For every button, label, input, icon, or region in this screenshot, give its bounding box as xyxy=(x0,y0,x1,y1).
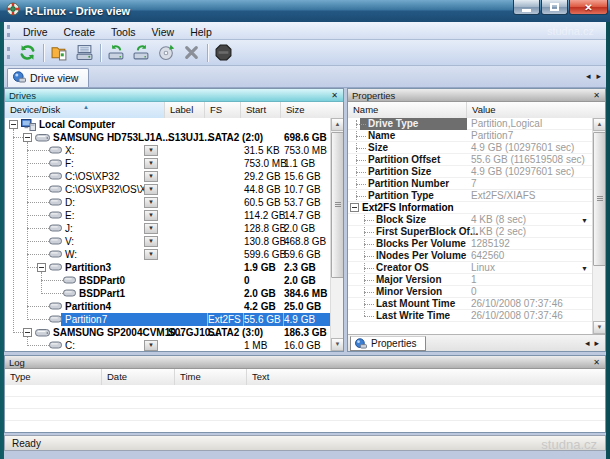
drive-row-w[interactable]: W:▼599.6 GB59.6 GB xyxy=(5,248,343,261)
tree-guide xyxy=(41,293,65,294)
mount-dropdown-icon[interactable]: ▼ xyxy=(144,171,158,182)
property-row-ext2fs-information[interactable]: Ext2FS Information xyxy=(348,202,605,214)
scroll-down-icon[interactable]: ▼ xyxy=(331,338,344,351)
mount-dropdown-icon[interactable]: ▼ xyxy=(144,340,158,351)
minimize-button[interactable] xyxy=(513,0,540,15)
scan-button[interactable] xyxy=(104,41,129,64)
property-row-partition-type[interactable]: Partition TypeExt2FS/XIAFS xyxy=(348,190,605,202)
tab-scroll-left-icon[interactable]: ◂ xyxy=(586,71,591,81)
value-dropdown-icon[interactable]: ▼ xyxy=(581,263,588,275)
collapse-icon[interactable] xyxy=(23,133,32,142)
tab-drive-view[interactable]: Drive view xyxy=(7,68,89,87)
column-header-start[interactable]: Start xyxy=(241,102,281,118)
property-row-partition-size[interactable]: Partition Size4.9 GB (10297601 sec) xyxy=(348,166,605,178)
collapse-icon[interactable] xyxy=(9,120,18,129)
drive-row-f[interactable]: F:▼753.0 MB1.1 GB xyxy=(5,157,343,170)
menu-item-help[interactable]: Help xyxy=(182,24,220,40)
drive-files-button[interactable] xyxy=(72,41,97,64)
tree-guide xyxy=(356,124,366,125)
mount-dropdown-icon[interactable]: ▼ xyxy=(144,210,158,221)
property-row-size[interactable]: Size4.9 GB (10297601 sec) xyxy=(348,142,605,154)
drive-row-samsung-hd753lj1a[interactable]: SAMSUNG HD753LJ1A...S13UJ1...SATA2 (2:0)… xyxy=(5,131,343,144)
property-row-drive-type[interactable]: Drive TypePartition,Logical xyxy=(348,118,605,130)
tab-scroll-right-icon[interactable]: ▸ xyxy=(594,338,599,348)
tab-scroll-left-icon[interactable]: ◂ xyxy=(585,338,590,348)
scroll-up-icon[interactable]: ▲ xyxy=(593,118,606,131)
log-close-icon[interactable]: ✕ xyxy=(592,358,601,367)
tab-properties[interactable]: Properties xyxy=(350,336,426,351)
drive-row-v[interactable]: V:▼130.8 GB468.8 GB xyxy=(5,235,343,248)
drive-row-c[interactable]: C:▼1 MB16.0 GB xyxy=(5,339,343,351)
drives-close-icon[interactable]: ✕ xyxy=(330,91,339,100)
drives-scroll-thumb[interactable] xyxy=(331,132,344,278)
mount-dropdown-icon[interactable]: ▼ xyxy=(144,249,158,260)
column-header-fs[interactable]: FS xyxy=(205,102,241,118)
column-header-label[interactable]: Label xyxy=(165,102,205,118)
drive-row-local-computer[interactable]: Local Computer xyxy=(5,118,343,131)
drive-row-c-os-xp32-os-x[interactable]: C:\OS\XP32\OS\X...▼44.8 GB10.7 GB xyxy=(5,183,343,196)
drive-row-x[interactable]: X:▼31.5 KB753.0 MB xyxy=(5,144,343,157)
column-header-time[interactable]: Time xyxy=(175,369,247,385)
column-header-value[interactable]: Value xyxy=(467,102,606,118)
drive-row-d[interactable]: D:▼60.5 GB53.7 GB xyxy=(5,196,343,209)
tab-scroll-right-icon[interactable]: ▸ xyxy=(596,71,601,81)
property-row-blocks-per-volume[interactable]: Blocks Per Volume1285192 xyxy=(348,238,605,250)
property-row-minor-version[interactable]: Minor Version0 xyxy=(348,286,605,298)
stop-button[interactable] xyxy=(211,41,236,64)
scroll-up-icon[interactable]: ▲ xyxy=(331,118,344,131)
column-header-type[interactable]: Type xyxy=(5,369,102,385)
property-row-creator-os[interactable]: Creator OSLinux▼ xyxy=(348,262,605,274)
drives-scrollbar[interactable]: ▲ ▼ xyxy=(330,118,343,351)
menu-item-view[interactable]: View xyxy=(144,24,183,40)
drive-row-c-os-xp32[interactable]: C:\OS\XP32▼29.2 GB15.6 GB xyxy=(5,170,343,183)
menu-item-tools[interactable]: Tools xyxy=(103,24,144,40)
property-name: Partition Size xyxy=(368,166,431,178)
column-header-date[interactable]: Date xyxy=(102,369,175,385)
properties-scrollbar[interactable]: ▲ ▼ xyxy=(592,118,605,334)
column-header-name[interactable]: Name xyxy=(348,102,467,118)
column-header-text[interactable]: Text xyxy=(247,369,606,385)
create-image-button[interactable] xyxy=(154,41,179,64)
drive-row-bsdpart0[interactable]: BSDPart002.0 GB xyxy=(5,274,343,287)
drive-row-partition3[interactable]: Partition31.9 GB2.3 GB xyxy=(5,261,343,274)
property-row-name[interactable]: NamePartition7 xyxy=(348,130,605,142)
collapse-icon[interactable] xyxy=(37,263,46,272)
mount-dropdown-icon[interactable]: ▼ xyxy=(144,158,158,169)
property-row-partition-offset[interactable]: Partition Offset55.6 GB (116519508 sec) xyxy=(348,154,605,166)
close-window-button[interactable]: ✕ xyxy=(569,0,608,15)
drive-row-samsung-sp2004cvm10[interactable]: SAMSUNG SP2004CVM10...S07GJ10...SATA2 (3… xyxy=(5,326,343,339)
open-image-button[interactable] xyxy=(47,41,72,64)
rescan-button[interactable] xyxy=(129,41,154,64)
collapse-icon[interactable] xyxy=(23,328,32,337)
menu-item-drive[interactable]: Drive xyxy=(15,24,56,40)
scroll-down-icon[interactable]: ▼ xyxy=(593,321,606,334)
drive-row-j[interactable]: J:▼128.8 GB2.0 GB xyxy=(5,222,343,235)
properties-close-icon[interactable]: ✕ xyxy=(592,91,601,100)
mount-dropdown-icon[interactable]: ▼ xyxy=(144,223,158,234)
column-header-device-disk[interactable]: Device/Disk▲ xyxy=(5,102,165,118)
property-row-major-version[interactable]: Major Version1 xyxy=(348,274,605,286)
column-header-size[interactable]: Size xyxy=(281,102,344,118)
delete-button[interactable] xyxy=(179,41,204,64)
drive-size: 10.7 GB xyxy=(284,183,321,196)
property-row-inodes-per-volume[interactable]: INodes Per Volume642560 xyxy=(348,250,605,262)
property-row-partition-number[interactable]: Partition Number7 xyxy=(348,178,605,190)
mount-dropdown-icon[interactable]: ▼ xyxy=(144,184,158,195)
property-row-block-size[interactable]: Block Size4 KB (8 sec)▼ xyxy=(348,214,605,226)
property-row-first-superblock-of[interactable]: First SuperBlock Of...1 KB (2 sec) xyxy=(348,226,605,238)
maximize-button[interactable] xyxy=(541,0,568,15)
menu-item-create[interactable]: Create xyxy=(56,24,104,40)
drive-row-partition7[interactable]: Partition7Ext2FS55.6 GB4.9 GB xyxy=(5,313,343,326)
property-row-last-mount-time[interactable]: Last Mount Time26/10/2008 07:37:46 xyxy=(348,298,605,310)
property-row-last-write-time[interactable]: Last Write Time26/10/2008 07:37:46 xyxy=(348,310,605,322)
mount-dropdown-icon[interactable]: ▼ xyxy=(144,145,158,156)
drive-row-partition4[interactable]: Partition44.2 GB25.0 GB xyxy=(5,300,343,313)
mount-dropdown-icon[interactable]: ▼ xyxy=(144,197,158,208)
mount-dropdown-icon[interactable]: ▼ xyxy=(144,236,158,247)
properties-scroll-thumb[interactable] xyxy=(593,132,606,266)
refresh-button[interactable] xyxy=(15,41,40,64)
collapse-icon[interactable] xyxy=(350,203,359,212)
drive-row-bsdpart1[interactable]: BSDPart12.0 GB384.6 MB xyxy=(5,287,343,300)
drive-row-e[interactable]: E:▼114.2 GB14.7 GB xyxy=(5,209,343,222)
value-dropdown-icon[interactable]: ▼ xyxy=(581,215,588,227)
